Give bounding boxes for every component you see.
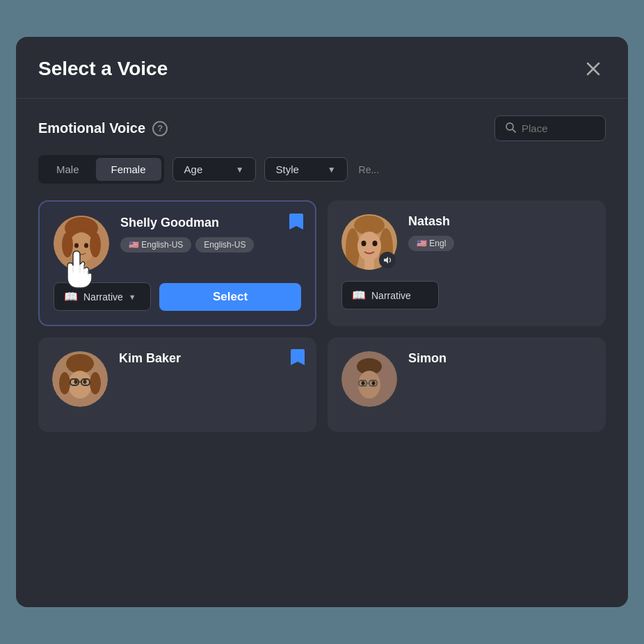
svg-point-28	[90, 372, 101, 394]
close-icon	[586, 62, 600, 76]
svg-point-11	[84, 243, 88, 248]
section-header: Emotional Voice ?	[38, 115, 606, 141]
male-button[interactable]: Male	[41, 158, 95, 181]
age-dropdown-arrow: ▼	[236, 165, 244, 175]
age-label: Age	[184, 163, 203, 175]
voice-card-top-simon: Simon	[341, 351, 592, 407]
book-icon-natasha: 📖	[352, 289, 366, 302]
voice-tags-shelly: 🇺🇸 English-US English-US	[120, 237, 301, 252]
voice-name-kim: Kim Baker	[119, 351, 303, 366]
gender-toggle: Male Female	[38, 155, 164, 184]
svg-point-7	[62, 232, 73, 257]
book-icon: 📖	[64, 290, 78, 303]
section-title: Emotional Voice	[38, 120, 145, 136]
style-dropdown[interactable]: Style ▼	[264, 157, 348, 182]
svg-point-41	[372, 381, 376, 385]
voice-card-top-kim: Kim Baker	[52, 351, 303, 407]
svg-point-27	[59, 372, 70, 394]
select-button-shelly[interactable]: Select	[159, 283, 301, 311]
svg-point-8	[90, 232, 101, 257]
svg-point-21	[362, 241, 367, 246]
age-dropdown[interactable]: Age ▼	[172, 157, 256, 182]
voice-info-simon: Simon	[408, 351, 592, 373]
narrative-label: Narrative	[83, 291, 123, 303]
search-input[interactable]	[522, 122, 591, 134]
modal-body: Emotional Voice ? Male Female Age	[16, 99, 628, 449]
avatar-image-kim	[52, 351, 108, 407]
svg-point-18	[346, 228, 360, 270]
svg-point-32	[74, 380, 78, 384]
avatar-wrap-simon	[341, 351, 397, 407]
voice-tags-natasha: 🇺🇸 Engl	[408, 236, 592, 251]
avatar-wrap-natasha	[341, 214, 397, 270]
voice-tag-2: English-US	[195, 237, 254, 252]
female-button[interactable]: Female	[96, 158, 161, 181]
svg-point-10	[74, 243, 79, 248]
voice-card-bottom-shelly: 📖 Narrative ▼ Select	[54, 282, 301, 311]
voice-info-shelly: Shelly Goodman 🇺🇸 English-US English-US	[120, 216, 301, 252]
svg-rect-23	[364, 258, 374, 270]
search-box[interactable]	[494, 115, 606, 141]
voice-name-simon: Simon	[408, 351, 592, 366]
bookmark-button-shelly[interactable]	[289, 213, 304, 235]
bookmark-icon-kim	[290, 348, 305, 367]
voice-selection-modal: Select a Voice Emotional Voice ?	[16, 37, 628, 607]
avatar-simon	[341, 351, 397, 407]
filters-row: Male Female Age ▼ Style ▼ Re...	[38, 155, 606, 184]
narrative-dropdown-shelly[interactable]: 📖 Narrative ▼	[54, 282, 151, 311]
close-button[interactable]	[581, 56, 606, 81]
voice-name-natasha: Natash	[408, 214, 592, 229]
svg-rect-9	[77, 259, 86, 271]
avatar-wrap-kim	[52, 351, 108, 407]
avatar-shelly	[54, 216, 109, 271]
voice-info-natasha: Natash 🇺🇸 Engl	[408, 214, 592, 251]
voice-card-shelly: Shelly Goodman 🇺🇸 English-US English-US	[38, 200, 316, 326]
voice-card-top: Shelly Goodman 🇺🇸 English-US English-US	[54, 216, 301, 271]
style-dropdown-arrow: ▼	[328, 165, 336, 175]
modal-title: Select a Voice	[38, 58, 168, 80]
bookmark-button-kim[interactable]	[290, 348, 305, 371]
voice-card-kim: Kim Baker	[38, 337, 316, 432]
help-icon[interactable]: ?	[152, 121, 168, 136]
style-label: Style	[276, 163, 299, 175]
avatar-kim	[52, 351, 108, 407]
svg-point-33	[83, 380, 87, 384]
voice-name-shelly: Shelly Goodman	[120, 216, 301, 230]
natasha-narrative-label: Narrative	[371, 290, 411, 301]
section-title-group: Emotional Voice ?	[38, 120, 168, 136]
voice-tag-1: 🇺🇸 English-US	[120, 237, 191, 252]
svg-point-25	[66, 354, 94, 373]
voice-card-bottom-natasha: 📖 Narrative	[341, 281, 592, 309]
svg-point-40	[362, 381, 365, 385]
avatar-image-shelly	[54, 216, 109, 271]
voice-card-simon: Simon	[328, 337, 606, 432]
avatar-wrap-shelly	[54, 216, 109, 271]
svg-point-22	[373, 241, 378, 246]
bookmark-icon-shelly	[289, 213, 304, 231]
svg-line-3	[513, 129, 515, 132]
natasha-tag-1: 🇺🇸 Engl	[408, 236, 454, 251]
voices-grid: Shelly Goodman 🇺🇸 English-US English-US	[38, 200, 606, 432]
voice-card-natasha: Natash 🇺🇸 Engl 📖 Narrative	[328, 200, 606, 326]
search-icon	[505, 122, 516, 135]
voice-card-top-natasha: Natash 🇺🇸 Engl	[341, 214, 592, 270]
avatar-image-simon	[341, 351, 397, 407]
voice-info-kim: Kim Baker	[119, 351, 303, 373]
narrative-dropdown-natasha[interactable]: 📖 Narrative	[341, 281, 439, 309]
svg-point-20	[357, 232, 381, 261]
reset-text[interactable]: Re...	[359, 164, 380, 175]
speaker-icon-natasha	[379, 252, 396, 268]
modal-header: Select a Voice	[16, 37, 628, 99]
narrative-arrow: ▼	[129, 293, 136, 301]
